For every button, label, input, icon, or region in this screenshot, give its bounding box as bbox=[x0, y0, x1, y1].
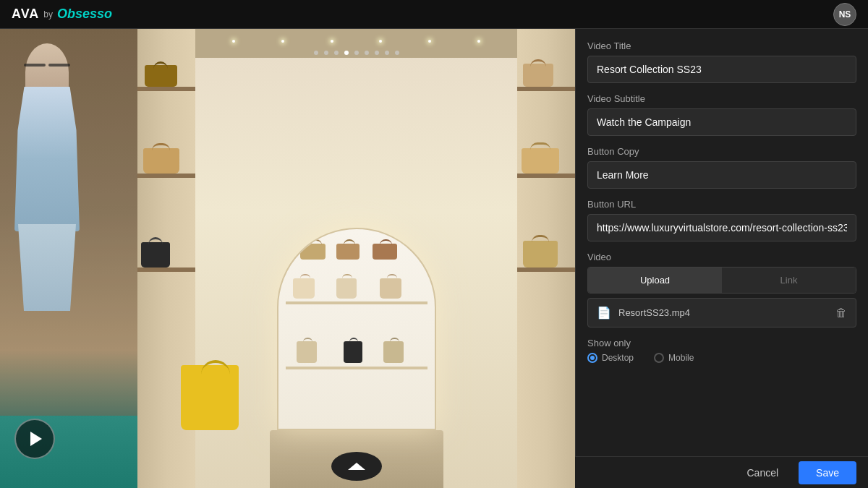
logo-obsesso: Obsesso bbox=[57, 7, 112, 22]
desktop-radio-dot bbox=[587, 353, 597, 363]
video-subtitle-group: Video Subtitle bbox=[587, 93, 856, 136]
show-only-group: Show only Desktop Mobile bbox=[587, 338, 856, 363]
arch-display bbox=[277, 228, 436, 430]
show-only-options: Desktop Mobile bbox=[587, 353, 856, 363]
video-subtitle-input[interactable] bbox=[587, 108, 856, 136]
action-bar: Cancel Save bbox=[575, 456, 868, 488]
right-panel: Video Title Video Subtitle Button Copy B… bbox=[575, 29, 868, 488]
button-copy-label: Button Copy bbox=[587, 146, 856, 157]
chevron-up-icon bbox=[348, 463, 365, 470]
mobile-radio-option[interactable]: Mobile bbox=[654, 353, 694, 363]
fashion-panel bbox=[0, 29, 137, 488]
video-subtitle-label: Video Subtitle bbox=[587, 93, 856, 104]
preview-area bbox=[0, 29, 575, 488]
main-layout: Video Title Video Subtitle Button Copy B… bbox=[0, 29, 868, 488]
app-header: AVA by Obsesso NS bbox=[0, 0, 868, 29]
button-copy-group: Button Copy bbox=[587, 146, 856, 189]
video-group: Video Upload Link 📄 ResortSS23.mp4 🗑 bbox=[587, 252, 856, 328]
yellow-bag-handle bbox=[201, 360, 230, 376]
upload-toggle-button[interactable]: Upload bbox=[588, 267, 722, 293]
video-label: Video bbox=[587, 252, 856, 262]
button-url-input[interactable] bbox=[587, 214, 856, 241]
button-url-label: Button URL bbox=[587, 199, 856, 210]
file-item: 📄 ResortSS23.mp4 🗑 bbox=[587, 298, 856, 328]
link-toggle-button[interactable]: Link bbox=[722, 267, 856, 293]
show-only-label: Show only bbox=[587, 338, 856, 348]
spotlight-3 bbox=[281, 40, 284, 43]
save-button[interactable]: Save bbox=[799, 461, 856, 484]
desktop-radio-option[interactable]: Desktop bbox=[587, 353, 634, 363]
store-interior bbox=[137, 29, 575, 488]
logo-by: by bbox=[43, 9, 53, 20]
play-icon bbox=[30, 432, 42, 446]
play-button[interactable] bbox=[14, 419, 55, 459]
logo-ava: AVA bbox=[12, 7, 39, 22]
button-url-group: Button URL bbox=[587, 199, 856, 241]
scroll-up-button[interactable] bbox=[331, 452, 382, 481]
video-toggle: Upload Link bbox=[587, 267, 856, 294]
video-title-group: Video Title bbox=[587, 40, 856, 83]
delete-file-button[interactable]: 🗑 bbox=[835, 307, 847, 320]
file-icon: 📄 bbox=[597, 306, 611, 320]
spotlight-2 bbox=[232, 40, 235, 43]
mobile-radio-label: Mobile bbox=[668, 353, 694, 363]
desktop-radio-label: Desktop bbox=[602, 353, 634, 363]
spotlight-5 bbox=[379, 40, 382, 43]
video-title-input[interactable] bbox=[587, 56, 856, 83]
spotlight-6 bbox=[428, 40, 431, 43]
logo-container: AVA by Obsesso bbox=[12, 7, 112, 22]
video-title-label: Video Title bbox=[587, 40, 856, 51]
nav-dots bbox=[314, 51, 399, 55]
file-name: ResortSS23.mp4 bbox=[618, 307, 828, 318]
avatar[interactable]: NS bbox=[833, 3, 856, 26]
spotlight-4 bbox=[331, 40, 333, 43]
mobile-radio-dot bbox=[654, 353, 664, 363]
cancel-button[interactable]: Cancel bbox=[735, 461, 790, 484]
right-wall bbox=[517, 29, 575, 488]
spotlight-row bbox=[137, 40, 575, 43]
button-copy-input[interactable] bbox=[587, 161, 856, 189]
spotlight-7 bbox=[477, 40, 480, 43]
